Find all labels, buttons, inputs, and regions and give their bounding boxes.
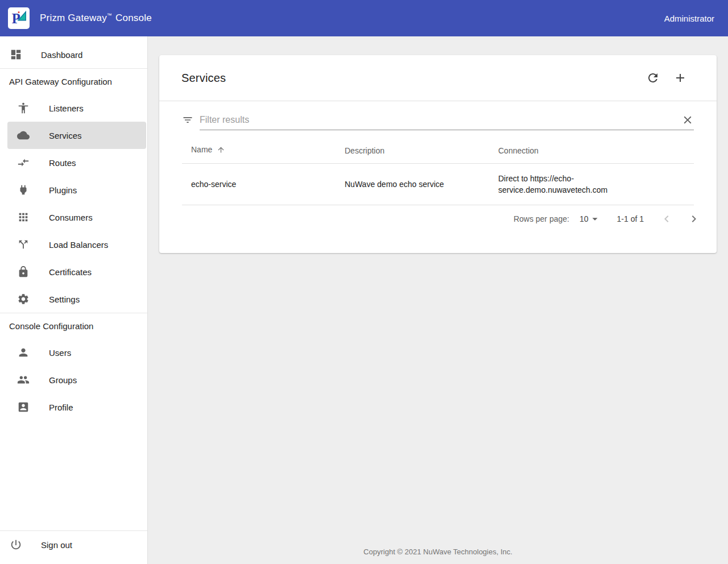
sidebar-item-consumers[interactable]: Consumers xyxy=(0,204,147,231)
filter-field xyxy=(200,111,694,130)
plus-icon xyxy=(673,71,687,85)
sidebar-item-users[interactable]: Users xyxy=(0,339,147,366)
call-split-icon xyxy=(16,238,30,251)
app-title-suffix: Console xyxy=(115,13,152,23)
sign-out-label: Sign out xyxy=(41,540,72,550)
sign-out-button[interactable]: Sign out xyxy=(0,531,147,558)
card-actions xyxy=(646,71,687,85)
refresh-icon xyxy=(646,71,660,85)
rows-per-page-value: 10 xyxy=(580,214,589,223)
column-header-connection[interactable]: Connection xyxy=(489,136,694,164)
rows-per-page-label: Rows per page: xyxy=(514,214,569,223)
sidebar-item-label: Services xyxy=(49,131,82,140)
compare-arrows-icon xyxy=(16,156,30,169)
current-user-label[interactable]: Administrator xyxy=(664,14,714,23)
services-card: Services xyxy=(159,55,717,253)
prizm-logo-icon: P xyxy=(9,9,28,28)
sidebar-item-routes[interactable]: Routes xyxy=(0,149,147,176)
app-root: P Prizm Gateway™Console Administrator Da… xyxy=(0,0,728,564)
sidebar-item-label: Routes xyxy=(49,158,76,168)
sidebar: Dashboard API Gateway Configuration List… xyxy=(0,36,148,564)
sidebar-item-label: Profile xyxy=(49,403,73,412)
services-table: Name Description Connection echo-service… xyxy=(182,136,694,205)
table-header-row: Name Description Connection xyxy=(182,136,694,164)
clear-filter-button[interactable] xyxy=(681,114,694,126)
apps-grid-icon xyxy=(16,210,30,224)
refresh-button[interactable] xyxy=(646,71,660,85)
chevron-right-icon xyxy=(687,212,701,226)
sidebar-item-services[interactable]: Services xyxy=(7,122,146,149)
sort-ascending-icon xyxy=(217,147,225,156)
dashboard-icon xyxy=(9,48,23,61)
sidebar-item-label: Groups xyxy=(49,375,77,385)
filter-input[interactable] xyxy=(200,111,681,128)
power-icon xyxy=(9,538,23,551)
previous-page-button[interactable] xyxy=(660,212,673,226)
rows-per-page-select[interactable]: 10 xyxy=(580,213,601,225)
next-page-button[interactable] xyxy=(687,212,701,226)
sidebar-item-profile[interactable]: Profile xyxy=(0,393,147,421)
sidebar-item-settings[interactable]: Settings xyxy=(0,285,147,313)
plug-icon xyxy=(16,183,30,197)
app-title: Prizm Gateway™Console xyxy=(40,13,152,24)
gear-icon xyxy=(16,292,30,306)
cell-name: echo-service xyxy=(182,164,336,205)
sidebar-item-label: Users xyxy=(49,348,71,358)
lock-icon xyxy=(16,265,30,279)
accessibility-icon xyxy=(16,101,30,115)
trademark-symbol: ™ xyxy=(107,13,112,18)
svg-text:P: P xyxy=(12,11,20,26)
column-header-name[interactable]: Name xyxy=(182,136,336,164)
sidebar-item-load-balancers[interactable]: Load Balancers xyxy=(0,231,147,258)
people-icon xyxy=(16,373,30,387)
top-bar: P Prizm Gateway™Console Administrator xyxy=(0,0,728,36)
sidebar-item-label: Settings xyxy=(49,295,80,304)
close-icon xyxy=(681,114,694,126)
main-content: Services xyxy=(148,36,728,564)
contact-card-icon xyxy=(16,400,30,414)
column-header-description[interactable]: Description xyxy=(336,136,489,164)
sidebar-item-label: Dashboard xyxy=(41,50,82,60)
sidebar-section-api-gateway: API Gateway Configuration xyxy=(0,69,147,94)
filter-icon xyxy=(182,114,193,126)
column-label: Name xyxy=(191,145,212,154)
card-header: Services xyxy=(159,55,717,101)
sidebar-item-label: Plugins xyxy=(49,185,77,195)
page-title: Services xyxy=(181,72,226,85)
person-icon xyxy=(16,346,30,359)
sidebar-item-label: Certificates xyxy=(49,267,92,277)
pagination-range-label: 1-1 of 1 xyxy=(617,214,644,223)
layout: Dashboard API Gateway Configuration List… xyxy=(0,36,728,564)
cell-connection: Direct to https://echo-service.demo.nuwa… xyxy=(489,164,694,205)
sidebar-item-label: Consumers xyxy=(49,213,93,222)
cloud-icon xyxy=(16,128,30,142)
sidebar-item-label: Load Balancers xyxy=(49,240,108,250)
app-logo: P xyxy=(8,7,30,29)
app-title-main: Prizm Gateway xyxy=(40,13,107,23)
sidebar-item-label: Listeners xyxy=(49,103,84,113)
chevron-left-icon xyxy=(660,212,673,226)
add-service-button[interactable] xyxy=(673,71,687,85)
sidebar-item-groups[interactable]: Groups xyxy=(0,366,147,393)
copyright-footer: Copyright © 2021 NuWave Technologies, In… xyxy=(159,548,717,564)
sidebar-item-dashboard[interactable]: Dashboard xyxy=(0,41,147,68)
pagination: Rows per page: 10 1-1 of 1 xyxy=(159,205,717,233)
sidebar-item-listeners[interactable]: Listeners xyxy=(0,94,147,122)
cell-description: NuWave demo echo service xyxy=(336,164,489,205)
filter-row xyxy=(159,101,717,136)
chevron-down-icon xyxy=(589,213,601,225)
sidebar-spacer xyxy=(0,421,147,530)
sidebar-item-plugins[interactable]: Plugins xyxy=(0,176,147,204)
sidebar-item-certificates[interactable]: Certificates xyxy=(0,258,147,285)
sidebar-section-console: Console Configuration xyxy=(0,313,147,339)
table-row[interactable]: echo-service NuWave demo echo service Di… xyxy=(182,164,694,205)
